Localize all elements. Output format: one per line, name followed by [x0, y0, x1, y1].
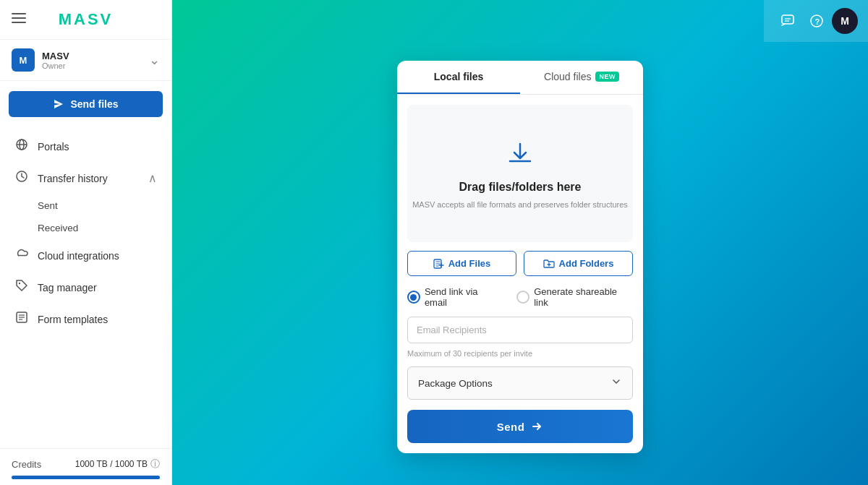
transfer-history-expand-icon[interactable]: ∧ [148, 171, 157, 185]
hamburger-icon[interactable] [12, 11, 26, 29]
tab-local-files[interactable]: Local files [397, 61, 520, 94]
radio-send-link-selected [407, 291, 420, 304]
header-toolbar: ? M [764, 0, 868, 42]
sidebar-item-portals[interactable]: Portals [3, 131, 169, 162]
chat-icon [780, 14, 795, 28]
sidebar-footer: Credits 1000 TB / 1000 TB ⓘ [0, 448, 171, 485]
user-avatar-toolbar[interactable]: M [832, 8, 858, 34]
svg-line-13 [782, 24, 785, 25]
sidebar-item-tag-manager[interactable]: Tag manager [3, 272, 169, 303]
add-files-icon [433, 258, 444, 269]
add-folders-icon [543, 259, 555, 269]
drop-title: Drag files/folders here [459, 181, 582, 194]
upload-card: Local files Cloud files NEW Drag files/f… [397, 61, 643, 453]
radio-generate-link-circle [516, 291, 529, 304]
sidebar-item-cloud-integrations-label: Cloud integrations [38, 250, 119, 262]
svg-rect-12 [782, 15, 793, 24]
send-arrow-icon [530, 420, 543, 433]
nav-list: Portals Transfer history ∧ Sent Received [0, 127, 171, 448]
package-options-label: Package Options [418, 378, 493, 389]
package-options-chevron-icon [610, 376, 622, 390]
add-folders-button[interactable]: Add Folders [524, 251, 633, 276]
account-info: M MASV Owner [12, 48, 69, 72]
sidebar-item-sent[interactable]: Sent [3, 194, 169, 217]
help-icon: ? [809, 14, 824, 28]
transfer-history-icon [14, 170, 29, 186]
delivery-method-radio-group: Send link via email Generate shareable l… [397, 286, 643, 317]
sidebar-header: MASV [0, 0, 171, 40]
add-files-button[interactable]: Add Files [407, 251, 516, 276]
sidebar-item-form-templates[interactable]: Form templates [3, 304, 169, 335]
credits-info-icon[interactable]: ⓘ [150, 458, 160, 471]
sidebar-item-transfer-history[interactable]: Transfer history ∧ [3, 163, 169, 194]
tag-manager-icon [14, 279, 29, 296]
package-options-row[interactable]: Package Options [407, 366, 633, 400]
credits-value: 1000 TB / 1000 TB ⓘ [75, 458, 160, 471]
sidebar-item-received[interactable]: Received [3, 217, 169, 239]
radio-generate-link[interactable]: Generate shareable link [516, 286, 633, 308]
sidebar: MASV M MASV Owner ⌄ Send files [0, 0, 172, 485]
portals-icon [14, 138, 29, 155]
main-content: ? M Local files Cloud files NEW [172, 0, 868, 485]
credits-progress-bar [12, 476, 160, 479]
card-tabs: Local files Cloud files NEW [397, 61, 643, 95]
email-hint: Maximum of 30 recipients per invite [397, 346, 643, 366]
svg-point-7 [19, 283, 20, 284]
credits-row: Credits 1000 TB / 1000 TB ⓘ [12, 458, 160, 471]
email-input-wrap [397, 317, 643, 346]
drop-icon [504, 137, 536, 175]
send-icon [53, 98, 64, 110]
account-row[interactable]: M MASV Owner ⌄ [0, 40, 171, 81]
credits-progress-fill [12, 476, 160, 479]
credits-label: Credits [12, 459, 41, 470]
account-name: MASV [42, 51, 69, 61]
account-chevron-icon[interactable]: ⌄ [149, 52, 160, 68]
chat-button[interactable] [774, 7, 801, 35]
email-recipients-input[interactable] [407, 317, 633, 343]
send-action-button[interactable]: Send [407, 410, 633, 443]
cloud-integrations-icon [14, 247, 29, 264]
svg-rect-2 [12, 22, 26, 23]
avatar: M [12, 48, 35, 72]
logo-text: MASV [59, 10, 114, 29]
app-logo: MASV [59, 10, 114, 29]
radio-send-link-email[interactable]: Send link via email [407, 286, 502, 308]
help-button[interactable]: ? [803, 7, 830, 35]
sidebar-item-transfer-history-label: Transfer history [38, 173, 108, 184]
new-badge: NEW [595, 72, 619, 82]
form-templates-icon [14, 311, 29, 327]
file-buttons: Add Files Add Folders [397, 251, 643, 286]
tab-cloud-files[interactable]: Cloud files NEW [520, 61, 643, 94]
sidebar-item-cloud-integrations[interactable]: Cloud integrations [3, 240, 169, 271]
account-role: Owner [42, 61, 69, 70]
svg-rect-1 [12, 17, 26, 19]
svg-rect-0 [12, 13, 26, 14]
send-files-button[interactable]: Send files [9, 91, 163, 117]
svg-text:?: ? [815, 17, 820, 26]
drop-zone[interactable]: Drag files/folders here MASV accepts all… [407, 105, 633, 242]
sidebar-item-portals-label: Portals [38, 141, 69, 153]
sidebar-item-tag-manager-label: Tag manager [38, 282, 97, 293]
sidebar-item-form-templates-label: Form templates [38, 314, 108, 325]
drop-subtitle: MASV accepts all file formats and preser… [412, 199, 628, 210]
